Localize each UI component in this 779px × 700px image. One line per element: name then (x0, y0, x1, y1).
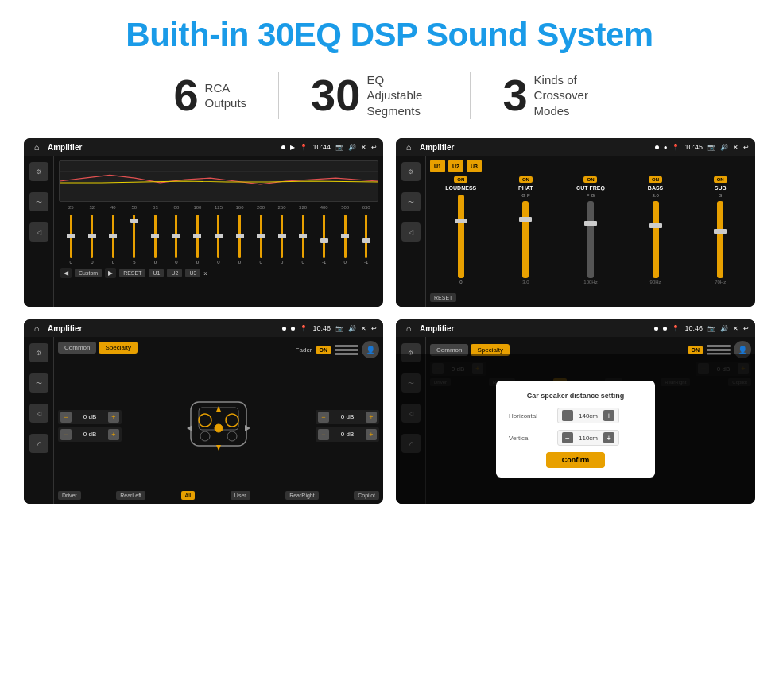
fader-on-btn[interactable]: ON (316, 346, 332, 354)
back-icon-4[interactable]: ↩ (743, 325, 749, 332)
fader-driver-btn[interactable]: Driver (58, 491, 81, 500)
home-icon-1[interactable]: ⌂ (30, 141, 43, 153)
car-db-minus-3[interactable]: − (318, 412, 329, 423)
fader-wave-icon[interactable]: 〜 (29, 373, 48, 393)
cross-u2-btn[interactable]: U2 (448, 160, 463, 172)
eq-slider-3[interactable]: 5 (124, 215, 145, 265)
eq-tune-icon[interactable]: ⚙ (29, 162, 48, 181)
eq-thumb-1[interactable] (88, 234, 96, 238)
cross-phat-on-btn[interactable]: ON (519, 176, 533, 183)
eq-wave-icon[interactable]: 〜 (29, 192, 48, 211)
eq-slider-10[interactable]: 0 (271, 215, 293, 265)
car-db-plus-2[interactable]: + (108, 429, 119, 440)
eq-slider-14[interactable]: -1 (355, 215, 377, 265)
cross-tune-icon[interactable]: ⚙ (401, 162, 421, 181)
cross-sub-thumb[interactable] (714, 229, 727, 234)
cross-phat-thumb[interactable] (519, 217, 532, 222)
eq-u3-button[interactable]: U3 (185, 269, 200, 277)
eq-slider-13[interactable]: 0 (335, 215, 356, 265)
eq-thumb-14[interactable] (362, 238, 370, 243)
eq-slider-6[interactable]: 0 (187, 215, 208, 265)
eq-slider-12[interactable]: -1 (313, 215, 335, 265)
eq-slider-4[interactable]: 0 (145, 215, 166, 265)
fader-user-btn[interactable]: User (231, 491, 250, 500)
cross-loudness-on-btn[interactable]: ON (454, 176, 467, 183)
eq-slider-8[interactable]: 0 (229, 215, 250, 265)
cross-cutfreq-on-btn[interactable]: ON (583, 176, 597, 183)
dialog-horizontal-minus[interactable]: − (562, 410, 573, 421)
cross-speaker-icon[interactable]: ◁ (401, 222, 421, 242)
close-icon-4[interactable]: ✕ (733, 325, 738, 332)
eq-thumb-8[interactable] (236, 234, 244, 238)
car-db-plus-3[interactable]: + (366, 412, 377, 423)
home-icon-4[interactable]: ⌂ (402, 322, 415, 335)
eq-thumb-5[interactable] (172, 234, 180, 238)
eq-slider-7[interactable]: 0 (208, 215, 230, 265)
car-db-minus-4[interactable]: − (318, 429, 329, 440)
close-icon-1[interactable]: ✕ (361, 144, 366, 151)
eq-thumb-6[interactable] (193, 234, 201, 238)
cross-cutfreq-thumb[interactable] (584, 221, 597, 226)
eq-thumb-11[interactable] (299, 234, 307, 238)
fader-speaker-icon[interactable]: ◁ (29, 404, 48, 423)
eq-play-button[interactable]: ▶ (105, 268, 116, 278)
dialog-confirm-button[interactable]: Confirm (546, 452, 606, 468)
eq-thumb-2[interactable] (109, 234, 117, 238)
eq-thumb-3[interactable] (130, 219, 138, 223)
eq-slider-11[interactable]: 0 (293, 215, 314, 265)
eq-slider-2[interactable]: 0 (103, 215, 124, 265)
dialog-vertical-minus[interactable]: − (562, 432, 573, 443)
car-db-plus-4[interactable]: + (366, 429, 377, 440)
fader-tab-common[interactable]: Common (58, 342, 96, 354)
eq-thumb-9[interactable] (257, 234, 265, 238)
cross-reset-btn[interactable]: RESET (430, 293, 456, 302)
fader-tune-icon[interactable]: ⚙ (29, 343, 48, 362)
back-icon-3[interactable]: ↩ (371, 325, 377, 332)
eq-slider-9[interactable]: 0 (250, 215, 272, 265)
cross-loudness-thumb[interactable] (455, 219, 467, 223)
close-icon-2[interactable]: ✕ (733, 144, 738, 151)
eq-thumb-13[interactable] (341, 234, 349, 238)
eq-thumb-10[interactable] (278, 234, 286, 238)
cross-bass-slider[interactable] (653, 201, 659, 278)
close-icon-3[interactable]: ✕ (361, 325, 366, 332)
fader-copilot-btn[interactable]: Copilot (354, 491, 379, 500)
cross-phat-slider[interactable] (522, 201, 529, 278)
eq-slider-5[interactable]: 0 (166, 215, 188, 265)
car-db-minus-1[interactable]: − (60, 412, 72, 423)
cross-sub-on-btn[interactable]: ON (714, 176, 727, 183)
cross-cutfreq-slider[interactable] (587, 201, 594, 278)
home-icon-3[interactable]: ⌂ (30, 322, 43, 335)
eq-speaker-icon[interactable]: ◁ (29, 222, 48, 242)
fader-tab-specialty[interactable]: Specialty (99, 342, 137, 354)
home-icon-2[interactable]: ⌂ (402, 141, 415, 153)
dialog-vertical-plus[interactable]: + (603, 432, 614, 443)
cross-u1-btn[interactable]: U1 (430, 160, 445, 172)
eq-prev-button[interactable]: ◀ (60, 268, 72, 278)
eq-u2-button[interactable]: U2 (167, 269, 182, 277)
fader-rearright-btn[interactable]: RearRight (285, 491, 319, 500)
eq-slider-1[interactable]: 0 (82, 215, 103, 265)
eq-thumb-4[interactable] (151, 234, 159, 238)
fader-expand-icon[interactable]: ⤢ (29, 434, 48, 453)
dialog-horizontal-plus[interactable]: + (603, 410, 614, 421)
dist-on-btn[interactable]: ON (688, 346, 704, 354)
back-icon-2[interactable]: ↩ (743, 144, 749, 151)
cross-wave-icon[interactable]: 〜 (401, 192, 421, 211)
eq-u1-button[interactable]: U1 (149, 269, 164, 277)
back-icon-1[interactable]: ↩ (371, 144, 377, 151)
cross-loudness-slider[interactable] (458, 195, 464, 278)
cross-bass-thumb[interactable] (649, 223, 662, 228)
eq-thumb-7[interactable] (215, 234, 223, 238)
cross-sub-slider[interactable] (717, 201, 723, 278)
eq-custom-button[interactable]: Custom (75, 269, 102, 277)
car-db-minus-2[interactable]: − (60, 429, 72, 440)
cross-u3-btn[interactable]: U3 (467, 160, 482, 172)
cross-bass-on-btn[interactable]: ON (649, 176, 662, 183)
eq-slider-0[interactable]: 0 (60, 215, 82, 265)
fader-rearleft-btn[interactable]: RearLeft (116, 491, 145, 500)
eq-thumb-0[interactable] (67, 234, 75, 238)
car-db-plus-1[interactable]: + (108, 412, 119, 423)
fader-all-btn[interactable]: All (181, 491, 196, 500)
eq-thumb-12[interactable] (320, 238, 328, 243)
